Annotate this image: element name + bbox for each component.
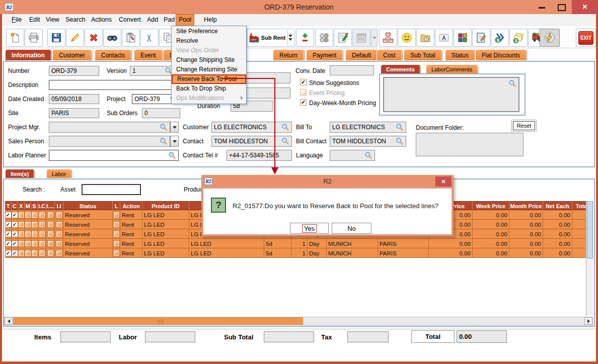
search-icon[interactable] — [396, 123, 404, 131]
tab-comments[interactable]: Comments — [381, 64, 420, 73]
calendar-button[interactable] — [352, 29, 370, 47]
site-field[interactable]: PARIS — [49, 108, 99, 118]
pool-menu-item-reserve-back-to-pool[interactable]: Reserve Back To Pool — [172, 74, 246, 84]
sales-person-dropdown[interactable] — [170, 136, 179, 147]
tab-labor[interactable]: Labor — [46, 169, 71, 178]
vertical-scrollbar[interactable] — [586, 201, 593, 316]
row-checkbox-m[interactable] — [25, 212, 31, 218]
menu-file[interactable]: File — [9, 14, 24, 26]
maximize-button[interactable] — [558, 4, 566, 11]
row-checkbox-ii[interactable] — [56, 222, 62, 227]
document-edit-button[interactable] — [472, 29, 490, 47]
row-checkbox-l[interactable] — [114, 241, 119, 246]
sub-rent-spinner-icon[interactable] — [287, 30, 293, 45]
row-checkbox-ii[interactable] — [56, 212, 62, 218]
notes-edit-button[interactable] — [334, 29, 352, 47]
row-checkbox-c[interactable] — [12, 212, 18, 218]
menu-pad[interactable]: Pad — [161, 14, 177, 26]
edit-button[interactable] — [66, 29, 84, 47]
row-checkbox-l[interactable] — [114, 222, 119, 227]
row-checkbox-t[interactable] — [6, 250, 11, 256]
tab-sub-total[interactable]: Sub Total — [404, 49, 442, 60]
row-checkbox-m[interactable] — [25, 222, 31, 227]
dialog-close-button[interactable]: ✕ — [435, 176, 452, 187]
table-row[interactable]: ReservedRentLG LEDLG LED5d1DayMUNICHPARI… — [5, 239, 592, 248]
row-checkbox-ic[interactable] — [39, 241, 45, 246]
row-checkbox-s[interactable] — [32, 250, 37, 256]
document-folder-box[interactable] — [416, 133, 524, 156]
smiley-button[interactable] — [398, 29, 416, 47]
row-checkbox-ii[interactable] — [56, 231, 62, 237]
row-checkbox-x[interactable] — [19, 212, 24, 218]
tab-cost[interactable]: Cost — [377, 49, 402, 60]
lightning-button[interactable] — [540, 29, 560, 47]
sub-rent-button[interactable]: Sub Rent — [247, 29, 295, 47]
row-checkbox-ii[interactable] — [56, 250, 62, 256]
col-header-ic[interactable]: I.C — [38, 201, 46, 210]
col-header-net_each[interactable]: Net Each — [543, 201, 572, 210]
cut-button[interactable]: ✂ — [140, 29, 159, 47]
col-header-ii[interactable]: I.I — [55, 201, 63, 210]
row-checkbox-x[interactable] — [19, 241, 24, 246]
row-checkbox-t[interactable] — [6, 231, 11, 237]
search-icon[interactable] — [396, 137, 404, 145]
tab-default[interactable]: Default — [345, 49, 378, 60]
col-header-week_price[interactable]: Week Price — [473, 201, 509, 210]
row-checkbox-l[interactable] — [114, 250, 119, 256]
blocks-button[interactable] — [454, 29, 472, 47]
row-checkbox-s[interactable] — [32, 241, 37, 246]
tab-status[interactable]: Status — [445, 49, 475, 60]
menu-convert[interactable]: Convert — [116, 14, 143, 26]
col-header-m[interactable]: M — [25, 201, 31, 210]
row-checkbox-c[interactable] — [12, 241, 18, 246]
group-query-button[interactable]: ? — [315, 29, 333, 47]
menu-pool[interactable]: Pool — [176, 14, 194, 27]
tab-item-s[interactable]: Item(s) — [5, 169, 34, 178]
version-field[interactable]: 1 — [130, 66, 175, 76]
tab-flat-discounts[interactable]: Flat Discounts — [475, 49, 527, 60]
contact-tel-field[interactable]: +44-17-5349-1585 — [227, 150, 292, 161]
row-checkbox-ic[interactable] — [39, 222, 45, 227]
row-checkbox-ic[interactable] — [39, 212, 45, 218]
language-field[interactable] — [330, 150, 375, 161]
search-icon[interactable] — [281, 123, 289, 131]
no-button[interactable]: No — [332, 223, 371, 234]
paste-special-button[interactable] — [122, 29, 140, 47]
search-icon[interactable] — [508, 79, 516, 87]
tab-event[interactable]: Event — [134, 49, 163, 60]
row-checkbox-m[interactable] — [25, 241, 31, 246]
row-checkbox-i2[interactable] — [48, 222, 53, 227]
row-checkbox-c[interactable] — [12, 222, 18, 227]
bill-to-field[interactable]: LG ELECTRONICS — [330, 122, 406, 133]
row-checkbox-s[interactable] — [32, 222, 37, 227]
col-header-month_price[interactable]: Month Price — [509, 201, 543, 210]
row-checkbox-ii[interactable] — [56, 241, 62, 246]
day-week-month-pricing-checkbox[interactable] — [300, 99, 307, 106]
yes-button[interactable]: Yes — [290, 223, 329, 234]
search-icon[interactable] — [160, 137, 168, 145]
row-checkbox-i2[interactable] — [48, 250, 53, 256]
horizontal-scrollbar[interactable] — [4, 317, 593, 325]
project-mgr-dropdown[interactable] — [170, 122, 179, 133]
price-forward-button[interactable]: $ — [491, 29, 509, 47]
calendar-dropdown-button[interactable] — [371, 29, 378, 47]
col-header-status[interactable]: Status — [63, 201, 113, 210]
dialog-title-bar[interactable]: R2 R2 ✕ — [201, 175, 454, 188]
sales-person-field[interactable] — [49, 136, 170, 147]
row-checkbox-m[interactable] — [25, 250, 31, 256]
row-checkbox-c[interactable] — [12, 231, 18, 237]
tab-payment[interactable]: Payment — [306, 49, 343, 60]
pool-menu-item-back-to-drop-ship[interactable]: Back To Drop Ship — [172, 84, 246, 94]
search-icon[interactable] — [281, 137, 289, 145]
col-header-t[interactable]: T — [5, 201, 12, 210]
row-checkbox-i2[interactable] — [48, 212, 53, 218]
price-notes-button[interactable]: $ — [509, 29, 528, 47]
tab-customer[interactable]: Customer — [52, 49, 92, 60]
site-hierarchy-button[interactable] — [379, 29, 397, 47]
table-row[interactable]: ReservedRentLG LEDLG LED5d1DayMUNICHPARI… — [5, 248, 592, 258]
search-icon[interactable] — [364, 151, 372, 159]
col-header-l[interactable]: L — [113, 201, 120, 210]
col-header-product_id[interactable]: Product ID — [142, 201, 189, 210]
row-checkbox-m[interactable] — [25, 231, 31, 237]
vertical-scroll-thumb[interactable] — [587, 201, 593, 258]
